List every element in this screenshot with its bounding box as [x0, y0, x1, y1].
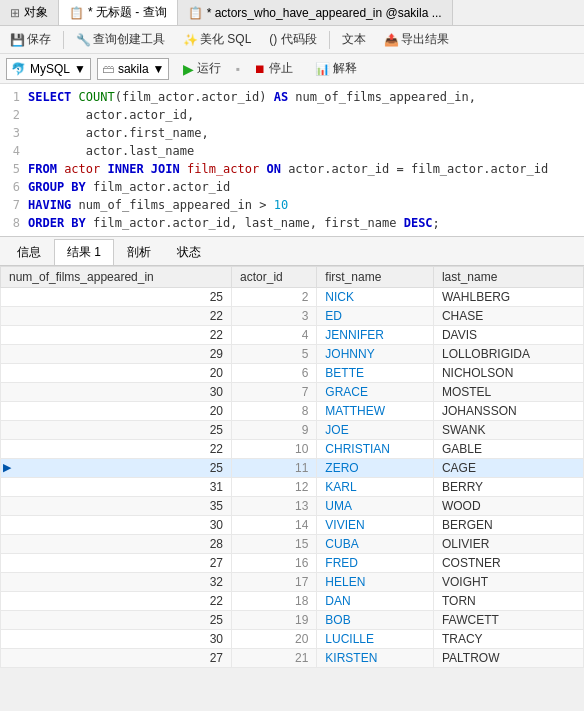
cell-last-name: DAVIS	[433, 326, 583, 345]
cell-num-films: 30	[1, 630, 232, 649]
cell-num-films: 25	[1, 288, 232, 307]
tab-status[interactable]: 状态	[164, 239, 214, 265]
cell-last-name: WAHLBERG	[433, 288, 583, 307]
stop-button[interactable]: ⏹ 停止	[246, 58, 301, 79]
table-row[interactable]: 224JENNIFERDAVIS	[1, 326, 584, 345]
cell-num-films: 28	[1, 535, 232, 554]
tab-profiling[interactable]: 剖析	[114, 239, 164, 265]
cell-num-films: 20	[1, 364, 232, 383]
separator: ▪	[235, 62, 239, 76]
cell-actor-id: 2	[232, 288, 317, 307]
result-tabs: 信息 结果 1 剖析 状态	[0, 237, 584, 266]
cell-last-name: JOHANSSON	[433, 402, 583, 421]
text-button[interactable]: 文本	[336, 29, 372, 50]
cell-num-films: 35	[1, 497, 232, 516]
table-row[interactable]: 2210CHRISTIANGABLE	[1, 440, 584, 459]
table-row[interactable]: 3014VIVIENBERGEN	[1, 516, 584, 535]
table-row[interactable]: 2721KIRSTENPALTROW	[1, 649, 584, 668]
code-line-3: 3 actor.first_name,	[0, 124, 584, 142]
table-row[interactable]: 223EDCHASE	[1, 307, 584, 326]
beautify-button[interactable]: ✨ 美化 SQL	[177, 29, 257, 50]
tab-objects[interactable]: ⊞ 对象	[0, 0, 59, 25]
cell-first-name: JOE	[317, 421, 434, 440]
save-icon: 💾	[10, 33, 25, 47]
table-row[interactable]: 3217HELENVOIGHT	[1, 573, 584, 592]
table-row[interactable]: 2815CUBAOLIVIER	[1, 535, 584, 554]
schema-selector[interactable]: 🗃 sakila ▼	[97, 58, 170, 80]
cell-last-name: BERRY	[433, 478, 583, 497]
cell-num-films: ▶25	[1, 459, 232, 478]
code-line-5: 5 FROM actor INNER JOIN film_actor ON ac…	[0, 160, 584, 178]
table-row[interactable]: 208MATTHEWJOHANSSON	[1, 402, 584, 421]
explain-icon: 📊	[315, 62, 330, 76]
cell-num-films: 29	[1, 345, 232, 364]
export-icon: 📤	[384, 33, 399, 47]
table-row[interactable]: 259JOESWANK	[1, 421, 584, 440]
tab-info[interactable]: 信息	[4, 239, 54, 265]
cell-num-films: 30	[1, 516, 232, 535]
cell-last-name: LOLLOBRIGIDA	[433, 345, 583, 364]
table-row[interactable]: 2716FREDCOSTNER	[1, 554, 584, 573]
table-row[interactable]: 295JOHNNYLOLLOBRIGIDA	[1, 345, 584, 364]
table-row[interactable]: 307GRACEMOSTEL	[1, 383, 584, 402]
table-row[interactable]: 252NICKWAHLBERG	[1, 288, 584, 307]
cell-first-name: VIVIEN	[317, 516, 434, 535]
query-builder-icon: 🔧	[76, 33, 91, 47]
cell-first-name: BOB	[317, 611, 434, 630]
cell-actor-id: 6	[232, 364, 317, 383]
table-row[interactable]: 2519BOBFAWCETT	[1, 611, 584, 630]
table-row[interactable]: ▶2511ZEROCAGE	[1, 459, 584, 478]
row-arrow-icon: ▶	[3, 461, 11, 474]
tab-query[interactable]: 📋 * 无标题 - 查询	[59, 0, 178, 25]
result-area: num_of_films_appeared_in actor_id first_…	[0, 266, 584, 668]
db-selector-row: 🐬 MySQL ▼ 🗃 sakila ▼ ▶ 运行 ▪ ⏹ 停止 📊 解释	[0, 54, 584, 84]
table-row[interactable]: 3513UMAWOOD	[1, 497, 584, 516]
cell-num-films: 22	[1, 326, 232, 345]
sep1	[63, 31, 64, 49]
run-button[interactable]: ▶ 运行	[175, 58, 229, 79]
code-button[interactable]: () 代码段	[263, 29, 322, 50]
export-button[interactable]: 📤 导出结果	[378, 29, 455, 50]
title-bar: ⊞ 对象 📋 * 无标题 - 查询 📋 * actors_who_have_ap…	[0, 0, 584, 26]
explain-button[interactable]: 📊 解释	[307, 58, 365, 79]
cell-last-name: COSTNER	[433, 554, 583, 573]
play-icon: ▶	[183, 61, 194, 77]
db-engine-selector[interactable]: 🐬 MySQL ▼	[6, 58, 91, 80]
cell-actor-id: 4	[232, 326, 317, 345]
table-row[interactable]: 206BETTENICHOLSON	[1, 364, 584, 383]
cell-last-name: OLIVIER	[433, 535, 583, 554]
table-row[interactable]: 3112KARLBERRY	[1, 478, 584, 497]
cell-last-name: VOIGHT	[433, 573, 583, 592]
actors-icon: 📋	[188, 6, 203, 20]
cell-first-name: FRED	[317, 554, 434, 573]
table-row[interactable]: 3020LUCILLETRACY	[1, 630, 584, 649]
save-button[interactable]: 💾 保存	[4, 29, 57, 50]
toolbar1: 💾 保存 🔧 查询创建工具 ✨ 美化 SQL () 代码段 文本 📤 导出结果	[0, 26, 584, 54]
cell-last-name: CAGE	[433, 459, 583, 478]
tab-actors[interactable]: 📋 * actors_who_have_appeared_in @sakila …	[178, 0, 453, 25]
code-line-8: 8 ORDER BY film_actor.actor_id, last_nam…	[0, 214, 584, 232]
tab-result1[interactable]: 结果 1	[54, 239, 114, 265]
objects-icon: ⊞	[10, 6, 20, 20]
cell-first-name: DAN	[317, 592, 434, 611]
chevron-down-icon: ▼	[74, 62, 86, 76]
query-builder-button[interactable]: 🔧 查询创建工具	[70, 29, 171, 50]
cell-last-name: TRACY	[433, 630, 583, 649]
cell-actor-id: 14	[232, 516, 317, 535]
cell-actor-id: 9	[232, 421, 317, 440]
col-first-name: first_name	[317, 267, 434, 288]
cell-actor-id: 20	[232, 630, 317, 649]
query-icon: 📋	[69, 6, 84, 20]
cell-num-films: 32	[1, 573, 232, 592]
cell-last-name: SWANK	[433, 421, 583, 440]
cell-num-films: 22	[1, 307, 232, 326]
beautify-icon: ✨	[183, 33, 198, 47]
cell-actor-id: 7	[232, 383, 317, 402]
code-editor[interactable]: 1 SELECT COUNT(film_actor.actor_id) AS n…	[0, 84, 584, 237]
cell-actor-id: 15	[232, 535, 317, 554]
col-num-films: num_of_films_appeared_in	[1, 267, 232, 288]
cell-first-name: KIRSTEN	[317, 649, 434, 668]
table-row[interactable]: 2218DANTORN	[1, 592, 584, 611]
stop-icon: ⏹	[254, 62, 266, 76]
cell-actor-id: 19	[232, 611, 317, 630]
